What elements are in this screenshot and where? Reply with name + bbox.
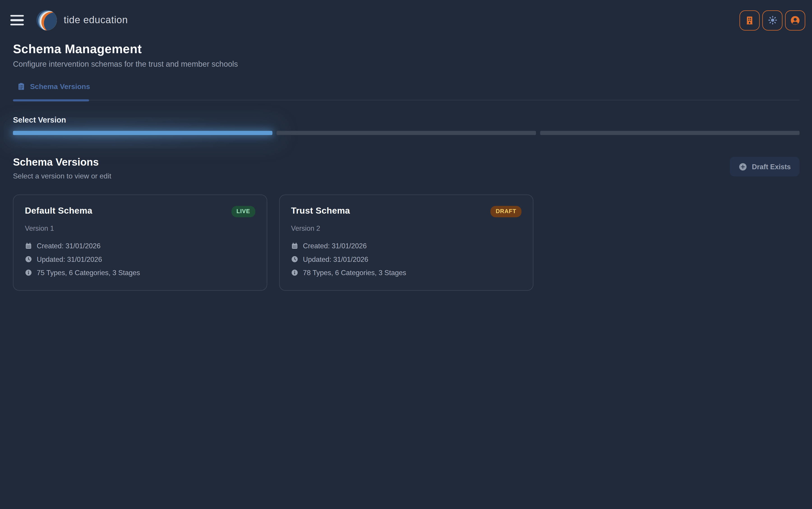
account-button[interactable] — [785, 10, 806, 30]
page-title: Schema Management — [13, 42, 800, 56]
select-version-label: Select Version — [13, 115, 800, 124]
brand-logo: tide education — [35, 8, 128, 32]
info-icon — [25, 269, 32, 276]
created-text: Created: 31/01/2026 — [37, 242, 101, 250]
calendar-icon — [25, 242, 32, 249]
calendar-icon — [291, 242, 298, 249]
stats-text: 75 Types, 6 Categories, 3 Stages — [37, 269, 140, 276]
clock-icon — [25, 256, 32, 263]
card-title: Trust Schema — [291, 206, 350, 216]
select-version-section: Select Version — [13, 115, 800, 135]
stats-row: 78 Types, 6 Categories, 3 Stages — [291, 269, 522, 276]
card-version: Version 2 — [291, 225, 522, 232]
hamburger-icon — [10, 15, 24, 17]
versions-subtitle: Select a version to view or edit — [13, 172, 800, 180]
menu-toggle-button[interactable] — [10, 15, 24, 26]
status-badge: DRAFT — [491, 206, 522, 217]
created-text: Created: 31/01/2026 — [303, 242, 367, 250]
logo-text: tide education — [64, 14, 128, 26]
progress-segment-2[interactable] — [277, 131, 536, 135]
tide-logo-icon — [35, 8, 60, 32]
updated-text: Updated: 31/01/2026 — [303, 256, 368, 263]
clipboard-list-icon — [17, 82, 26, 91]
organization-button[interactable] — [740, 10, 760, 30]
version-progress — [13, 131, 800, 135]
card-header: Default Schema LIVE — [25, 206, 255, 217]
progress-segment-1[interactable] — [13, 131, 272, 135]
theme-toggle-button[interactable] — [762, 10, 783, 30]
header-actions — [740, 10, 806, 30]
draft-exists-button[interactable]: Draft Exists — [730, 157, 800, 176]
card-title: Default Schema — [25, 206, 92, 216]
building-icon — [745, 15, 755, 25]
card-version: Version 1 — [25, 225, 255, 232]
card-meta: Created: 31/01/2026 Updated: 31/01/2026 … — [291, 242, 522, 277]
main-content: Schema Management Configure intervention… — [0, 42, 812, 291]
stats-text: 78 Types, 6 Categories, 3 Stages — [303, 269, 406, 276]
tab-schema-versions[interactable]: Schema Versions — [17, 82, 90, 91]
versions-section-header: Schema Versions Select a version to view… — [13, 156, 800, 180]
app-header: tide education — [0, 0, 812, 40]
info-icon — [291, 269, 298, 276]
versions-title: Schema Versions — [13, 156, 800, 168]
page-subtitle: Configure intervention schemas for the t… — [13, 60, 800, 68]
tab-label: Schema Versions — [30, 82, 90, 91]
updated-row: Updated: 31/01/2026 — [291, 256, 522, 263]
progress-segment-3[interactable] — [540, 131, 800, 135]
card-header: Trust Schema DRAFT — [291, 206, 522, 217]
card-meta: Created: 31/01/2026 Updated: 31/01/2026 … — [25, 242, 255, 277]
updated-row: Updated: 31/01/2026 — [25, 256, 255, 263]
status-badge: LIVE — [231, 206, 255, 217]
updated-text: Updated: 31/01/2026 — [37, 256, 102, 263]
user-circle-icon — [790, 15, 801, 26]
stats-row: 75 Types, 6 Categories, 3 Stages — [25, 269, 255, 276]
active-tab-indicator — [13, 99, 89, 101]
schema-version-card[interactable]: Default Schema LIVE Version 1 Created: 3… — [13, 195, 267, 291]
schema-version-card[interactable]: Trust Schema DRAFT Version 2 Created: 31… — [279, 195, 533, 291]
clock-icon — [291, 256, 298, 263]
draft-exists-label: Draft Exists — [752, 163, 791, 170]
cards-grid: Default Schema LIVE Version 1 Created: 3… — [13, 195, 800, 291]
version-progress-wrap — [13, 131, 800, 135]
created-row: Created: 31/01/2026 — [25, 242, 255, 250]
tab-bar: Schema Versions — [13, 82, 800, 100]
created-row: Created: 31/01/2026 — [291, 242, 522, 250]
sun-icon — [767, 15, 778, 26]
app-window: tide education — [0, 0, 812, 509]
plus-circle-icon — [739, 162, 747, 171]
